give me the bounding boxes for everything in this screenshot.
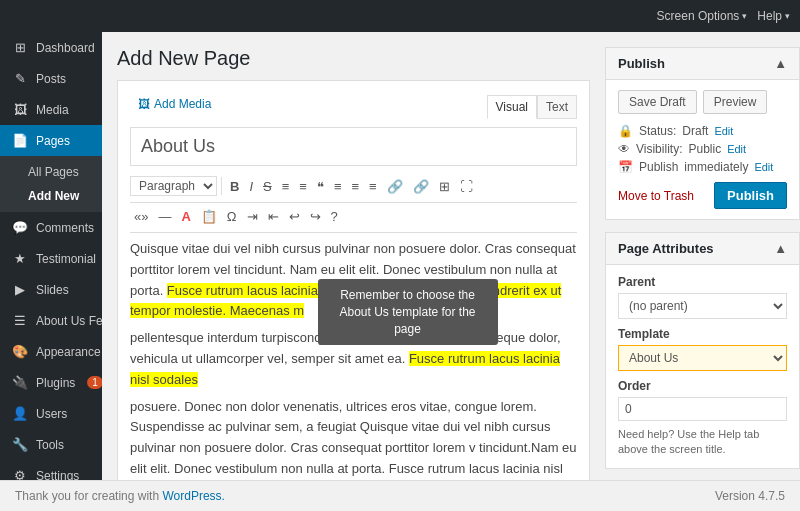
publish-actions: Save Draft Preview <box>618 90 787 114</box>
sidebar-item-tools[interactable]: 🔧 Tools <box>0 429 102 460</box>
page-title-input[interactable] <box>130 127 577 166</box>
sidebar-item-label: Posts <box>36 72 66 86</box>
publish-time-icon: 📅 <box>618 160 633 174</box>
sidebar-item-pages[interactable]: 📄 Pages <box>0 125 102 156</box>
dashboard-icon: ⊞ <box>12 40 28 55</box>
sidebar-item-about-us-features[interactable]: ☰ About Us Features <box>0 305 102 336</box>
content-paragraph-3: posuere. Donec non dolor venenatis, ultr… <box>130 397 577 480</box>
italic-button[interactable]: I <box>245 177 257 196</box>
fullscreen-button[interactable]: ⛶ <box>456 177 477 196</box>
move-to-trash-button[interactable]: Move to Trash <box>618 189 694 203</box>
status-edit-link[interactable]: Edit <box>714 125 733 137</box>
help-toolbar-button[interactable]: ? <box>327 207 342 226</box>
plugins-badge: 1 <box>87 376 102 389</box>
visibility-edit-link[interactable]: Edit <box>727 143 746 155</box>
insert-button[interactable]: ⊞ <box>435 177 454 196</box>
sidebar-item-dashboard[interactable]: ⊞ Dashboard <box>0 32 102 63</box>
page-attributes-toggle[interactable]: ▲ <box>774 241 787 256</box>
sidebar-sub-all-pages[interactable]: All Pages <box>0 160 102 184</box>
top-bar: Screen Options ▾ Help ▾ <box>0 0 800 32</box>
add-media-icon: 🖼 <box>138 97 150 111</box>
help-label: Help <box>757 9 782 23</box>
link-button[interactable]: 🔗 <box>383 177 407 196</box>
ol-button[interactable]: ≡ <box>295 177 311 196</box>
bold-button[interactable]: B <box>226 177 243 196</box>
ul-button[interactable]: ≡ <box>278 177 294 196</box>
sidebar-item-label: Dashboard <box>36 41 95 55</box>
format-button[interactable]: «» <box>130 207 152 226</box>
sidebar-sub-add-new[interactable]: Add New <box>0 184 102 208</box>
visibility-row: 👁 Visibility: Public Edit <box>618 142 787 156</box>
visual-text-tabs: Visual Text <box>487 95 577 119</box>
tab-text[interactable]: Text <box>537 95 577 119</box>
sidebar-item-media[interactable]: 🖼 Media <box>0 94 102 125</box>
screen-options-label: Screen Options <box>657 9 740 23</box>
sidebar-item-appearance[interactable]: 🎨 Appearance <box>0 336 102 367</box>
unlink-button[interactable]: 🔗 <box>409 177 433 196</box>
help-button[interactable]: Help ▾ <box>757 9 790 23</box>
align-center-button[interactable]: ≡ <box>347 177 363 196</box>
sidebar-item-label: Tools <box>36 438 64 452</box>
parent-select[interactable]: (no parent) <box>618 293 787 319</box>
footer-text: Thank you for creating with <box>15 489 159 503</box>
align-right-button[interactable]: ≡ <box>365 177 381 196</box>
sidebar-item-slides[interactable]: ▶ Slides <box>0 274 102 305</box>
main-content: Add New Page 🖼 Add Media Visual Text P <box>102 32 605 480</box>
sidebar-item-label: About Us Features <box>36 314 102 328</box>
redo-button[interactable]: ↪ <box>306 207 325 226</box>
status-row: 🔒 Status: Draft Edit <box>618 124 787 138</box>
order-input[interactable] <box>618 397 787 421</box>
sidebar-item-testimonial[interactable]: ★ Testimonial <box>0 243 102 274</box>
tab-visual[interactable]: Visual <box>487 95 537 119</box>
strikethrough-button[interactable]: S <box>259 177 276 196</box>
posts-icon: ✎ <box>12 71 28 86</box>
attributes-help-text: Need help? Use the Help tab above the sc… <box>618 427 787 458</box>
status-icon: 🔒 <box>618 124 633 138</box>
footer-wp-link[interactable]: WordPress. <box>162 489 224 503</box>
align-left-button[interactable]: ≡ <box>330 177 346 196</box>
preview-button[interactable]: Preview <box>703 90 768 114</box>
publish-button[interactable]: Publish <box>714 182 787 209</box>
sidebar-item-settings[interactable]: ⚙ Settings <box>0 460 102 480</box>
save-draft-button[interactable]: Save Draft <box>618 90 697 114</box>
tooltip: Remember to choose the About Us template… <box>318 279 498 345</box>
sidebar-item-label: Appearance <box>36 345 101 359</box>
sidebar-item-posts[interactable]: ✎ Posts <box>0 63 102 94</box>
tooltip-text: Remember to choose the About Us template… <box>339 288 475 336</box>
editor-content[interactable]: Quisque vitae dui vel nibh cursus pulvin… <box>130 239 577 480</box>
footer-version: Version 4.7.5 <box>715 489 785 503</box>
sidebar-item-users[interactable]: 👤 Users <box>0 398 102 429</box>
page-attributes-panel-header: Page Attributes ▲ <box>606 233 799 265</box>
blockquote-button[interactable]: ❝ <box>313 177 328 196</box>
sidebar-item-plugins[interactable]: 🔌 Plugins 1 <box>0 367 102 398</box>
page-attributes-panel: Page Attributes ▲ Parent (no parent) Tem… <box>605 232 800 469</box>
hr-button[interactable]: — <box>154 207 175 226</box>
text-color-button[interactable]: A <box>177 207 194 226</box>
publish-panel-toggle[interactable]: ▲ <box>774 56 787 71</box>
outdent-button[interactable]: ⇤ <box>264 207 283 226</box>
editor-toolbar-row2: «» — A 📋 Ω ⇥ ⇤ ↩ ↪ ? <box>130 207 577 233</box>
pages-icon: 📄 <box>12 133 28 148</box>
plugins-icon: 🔌 <box>12 375 28 390</box>
undo-button[interactable]: ↩ <box>285 207 304 226</box>
media-tabs-row: 🖼 Add Media Visual Text <box>130 93 577 121</box>
editor-wrap: 🖼 Add Media Visual Text Paragraph B I <box>117 80 590 480</box>
paste-button[interactable]: 📋 <box>197 207 221 226</box>
add-media-button[interactable]: 🖼 Add Media <box>130 93 219 115</box>
footer: Thank you for creating with WordPress. V… <box>0 480 800 511</box>
layout: ⊞ Dashboard ✎ Posts 🖼 Media 📄 Pages All … <box>0 32 800 480</box>
template-select[interactable]: About Us Default Template Full Width <box>618 345 787 371</box>
appearance-icon: 🎨 <box>12 344 28 359</box>
publish-time-edit-link[interactable]: Edit <box>754 161 773 173</box>
footer-text-area: Thank you for creating with WordPress. <box>15 489 225 503</box>
slides-icon: ▶ <box>12 282 28 297</box>
parent-label: Parent <box>618 275 787 289</box>
special-char-button[interactable]: Ω <box>223 207 241 226</box>
toolbar-sep-1 <box>221 177 222 195</box>
sidebar-item-comments[interactable]: 💬 Comments <box>0 212 102 243</box>
sidebar-item-label: Comments <box>36 221 94 235</box>
paragraph-select[interactable]: Paragraph <box>130 176 217 196</box>
indent-button[interactable]: ⇥ <box>243 207 262 226</box>
add-media-label: Add Media <box>154 97 211 111</box>
screen-options-button[interactable]: Screen Options ▾ <box>657 9 748 23</box>
